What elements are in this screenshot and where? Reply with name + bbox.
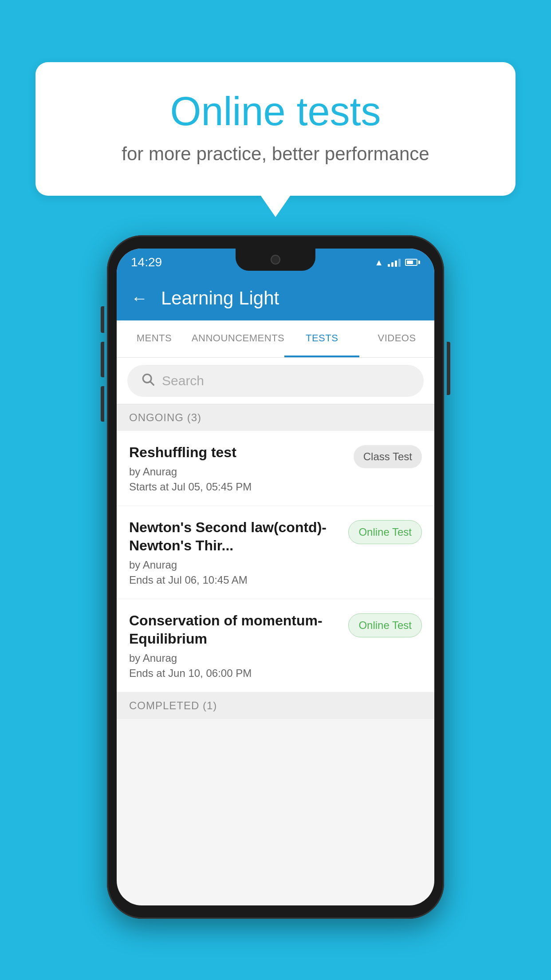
side-button-power xyxy=(447,342,450,395)
speech-bubble-container: Online tests for more practice, better p… xyxy=(35,62,516,196)
status-icons: ▲ xyxy=(374,257,420,268)
test-badge-online: Online Test xyxy=(348,520,422,544)
test-author: by Anurag xyxy=(129,466,345,478)
completed-label: COMPLETED (1) xyxy=(129,699,217,711)
test-name: Reshuffling test xyxy=(129,443,345,462)
wifi-icon: ▲ xyxy=(374,257,383,268)
tabs-bar: MENTS ANNOUNCEMENTS TESTS VIDEOS xyxy=(117,320,434,358)
test-author: by Anurag xyxy=(129,559,339,571)
test-item[interactable]: Conservation of momentum-Equilibrium by … xyxy=(117,599,434,692)
svg-line-1 xyxy=(150,382,153,385)
test-name: Newton's Second law(contd)-Newton's Thir… xyxy=(129,518,339,555)
test-info: Reshuffling test by Anurag Starts at Jul… xyxy=(129,443,354,493)
phone-screen: 14:29 ▲ xyxy=(117,249,434,905)
back-button[interactable]: ← xyxy=(131,289,148,308)
camera xyxy=(271,255,280,265)
side-button-volume-down2 xyxy=(101,386,104,422)
test-item[interactable]: Reshuffling test by Anurag Starts at Jul… xyxy=(117,431,434,506)
ongoing-label: ONGOING (3) xyxy=(129,411,201,423)
search-box[interactable]: Search xyxy=(127,365,424,397)
side-button-volume-down xyxy=(101,342,104,377)
test-time: Ends at Jun 10, 06:00 PM xyxy=(129,667,339,680)
search-placeholder: Search xyxy=(162,373,204,388)
test-name: Conservation of momentum-Equilibrium xyxy=(129,612,339,648)
background: Online tests for more practice, better p… xyxy=(0,0,551,980)
ongoing-section-header: ONGOING (3) xyxy=(117,404,434,431)
bubble-subtitle: for more practice, better performance xyxy=(71,143,480,165)
tab-ments[interactable]: MENTS xyxy=(117,320,192,357)
tab-announcements[interactable]: ANNOUNCEMENTS xyxy=(192,320,284,357)
signal-icon xyxy=(388,258,401,267)
phone-frame: 14:29 ▲ xyxy=(107,235,444,919)
test-item[interactable]: Newton's Second law(contd)-Newton's Thir… xyxy=(117,506,434,599)
speech-bubble: Online tests for more practice, better p… xyxy=(35,62,516,196)
test-author: by Anurag xyxy=(129,652,339,664)
search-icon xyxy=(141,372,155,390)
test-list: Reshuffling test by Anurag Starts at Jul… xyxy=(117,431,434,692)
test-time: Ends at Jul 06, 10:45 AM xyxy=(129,574,339,586)
app-header: ← Learning Light xyxy=(117,276,434,320)
tab-videos[interactable]: VIDEOS xyxy=(359,320,434,357)
side-button-volume-up xyxy=(101,306,104,333)
test-badge-class: Class Test xyxy=(354,445,422,468)
tab-tests[interactable]: TESTS xyxy=(284,320,359,357)
phone-notch xyxy=(236,249,315,271)
test-info: Newton's Second law(contd)-Newton's Thir… xyxy=(129,518,348,586)
status-time: 14:29 xyxy=(131,255,162,269)
phone-wrapper: 14:29 ▲ xyxy=(107,235,444,919)
test-badge-online-2: Online Test xyxy=(348,613,422,637)
app-title: Learning Light xyxy=(161,288,279,309)
test-time: Starts at Jul 05, 05:45 PM xyxy=(129,481,345,493)
test-info: Conservation of momentum-Equilibrium by … xyxy=(129,612,348,680)
search-container: Search xyxy=(117,358,434,404)
battery-icon xyxy=(405,259,420,266)
bubble-title: Online tests xyxy=(71,89,480,134)
completed-section-header: COMPLETED (1) xyxy=(117,692,434,719)
